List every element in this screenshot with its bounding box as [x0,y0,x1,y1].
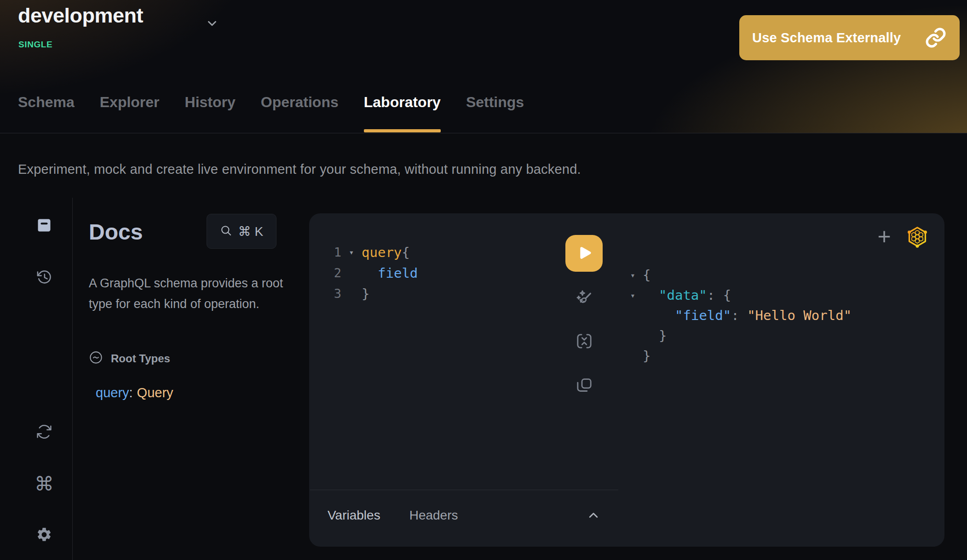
bottom-tabs: Variables Headers [328,508,458,523]
json-token-brace: } [643,328,667,343]
tab-history[interactable]: History [185,94,236,114]
hive-hexagon-logo-icon [906,226,928,248]
sparkle-brush-icon [575,289,593,309]
sidebar-divider [72,198,73,560]
header: development SINGLE Use Schema Externally… [0,0,967,133]
refetch-sync-icon [36,423,52,441]
editor-bottom-divider [310,490,618,490]
graphiql-panel: 1 ▾ query { 2 field 3 } [309,213,944,547]
project-switcher-chevron-icon[interactable] [205,17,219,30]
root-type-field-link[interactable]: query [96,385,129,400]
code-token-brace: } [362,286,369,302]
code-token-keyword: query [362,245,402,260]
tab-settings[interactable]: Settings [466,94,524,114]
command-key-icon: ⌘ [35,473,54,495]
collapse-editor-tools-button[interactable] [584,507,603,525]
json-token-key: "field" [643,308,731,323]
json-token-string: "Hello World" [747,308,852,323]
sidebar-docs-button[interactable] [33,215,55,237]
fold-marker-icon[interactable]: ▾ [630,291,635,300]
line-number: 2 [309,266,341,280]
history-clock-icon [36,269,52,287]
json-token-brace: } [643,348,650,364]
tab-laboratory[interactable]: Laboratory [364,94,441,114]
json-token-separator: : [707,287,723,303]
query-editor-line: 2 field [309,263,418,283]
execute-query-button[interactable] [565,235,603,272]
tab-explorer[interactable]: Explorer [100,94,160,114]
root-types-label: Root Types [111,352,170,365]
sidebar-refetch-schema-button[interactable] [33,421,55,443]
json-token-brace: { [723,287,731,303]
response-line: ▾ { [643,265,852,285]
page-subtitle: Experiment, mock and create live environ… [18,162,581,177]
tab-headers[interactable]: Headers [409,508,458,523]
docs-description: A GraphQL schema provides a root type fo… [89,273,286,314]
tab-operations[interactable]: Operations [261,94,339,114]
tab-variables[interactable]: Variables [328,508,380,523]
use-schema-externally-button[interactable]: Use Schema Externally [739,15,960,60]
docs-book-icon [36,217,52,235]
merge-fragments-button[interactable] [574,331,594,352]
status-badge: SINGLE [18,40,52,50]
use-schema-externally-label: Use Schema Externally [752,30,901,46]
main-tabs: Schema Explorer History Operations Labor… [18,94,524,114]
json-token-brace: { [643,267,650,283]
root-type-row: query:Query [96,385,173,400]
sidebar-settings-button[interactable] [33,524,55,546]
merge-icon [575,332,593,352]
circle-tilde-icon [89,350,103,366]
add-tab-button[interactable]: + [871,223,897,249]
docs-search-button[interactable]: ⌘ K [207,214,276,249]
sidebar-shortcuts-button[interactable]: ⌘ [33,473,55,495]
project-title: development [18,4,143,28]
tab-schema[interactable]: Schema [18,94,75,114]
code-token-field: field [362,265,418,281]
json-token-key: "data" [643,287,707,303]
root-type-separator: : [129,385,133,400]
line-number: 1 [309,245,341,259]
search-shortcut-label: ⌘ K [238,224,263,239]
chevron-up-icon [586,518,601,525]
code-token-brace: { [402,245,409,260]
json-token-separator: : [731,308,747,323]
response-line: } [643,326,852,346]
copy-query-button[interactable] [574,376,594,396]
response-viewer: ▾ { ▾ "data": { "field": "Hello World" }… [643,265,852,366]
query-editor-line: 3 } [309,283,418,304]
query-editor[interactable]: 1 ▾ query { 2 field 3 } [309,242,418,304]
laboratory-page: development SINGLE Use Schema Externally… [0,0,967,560]
play-icon [575,244,593,263]
search-icon [220,224,232,238]
response-line: "field": "Hello World" [643,305,852,326]
fold-marker-icon[interactable]: ▾ [341,247,362,257]
copy-icon [575,376,593,396]
fold-marker-icon[interactable]: ▾ [630,270,635,280]
line-number: 3 [309,286,341,301]
link-icon [925,27,947,49]
response-line: ▾ "data": { [643,285,852,305]
settings-gear-icon [36,526,52,544]
sidebar-history-button[interactable] [33,267,55,289]
docs-panel-title: Docs [89,219,143,245]
root-type-type-link[interactable]: Query [137,385,173,400]
query-editor-line: 1 ▾ query { [309,242,418,263]
root-types-header: Root Types [89,350,170,366]
response-line: } [643,346,852,366]
prettify-query-button[interactable] [574,288,594,309]
